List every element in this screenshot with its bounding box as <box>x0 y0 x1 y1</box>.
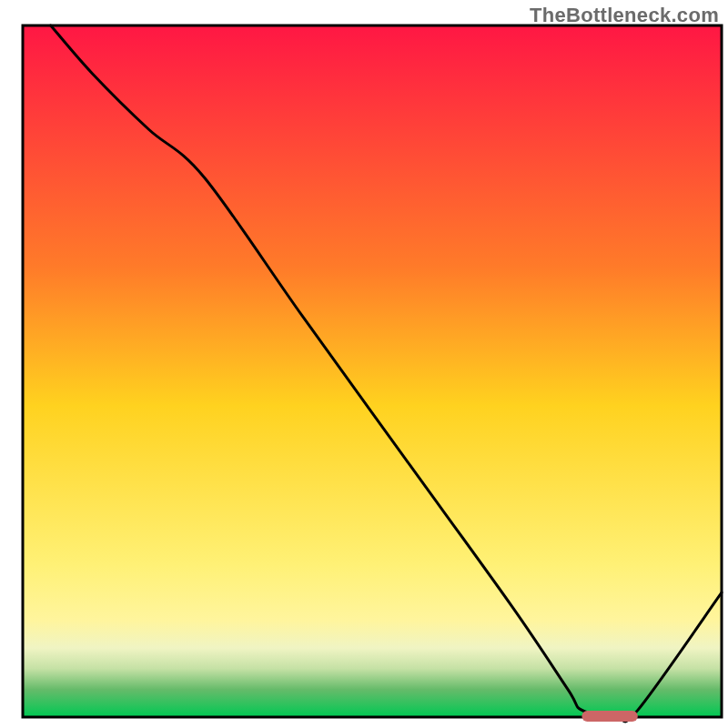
chart-svg <box>0 0 728 728</box>
watermark-text: TheBottleneck.com <box>530 4 719 27</box>
optimal-marker <box>581 711 637 722</box>
gradient-background <box>23 25 722 717</box>
chart-container: TheBottleneck.com <box>0 0 728 728</box>
